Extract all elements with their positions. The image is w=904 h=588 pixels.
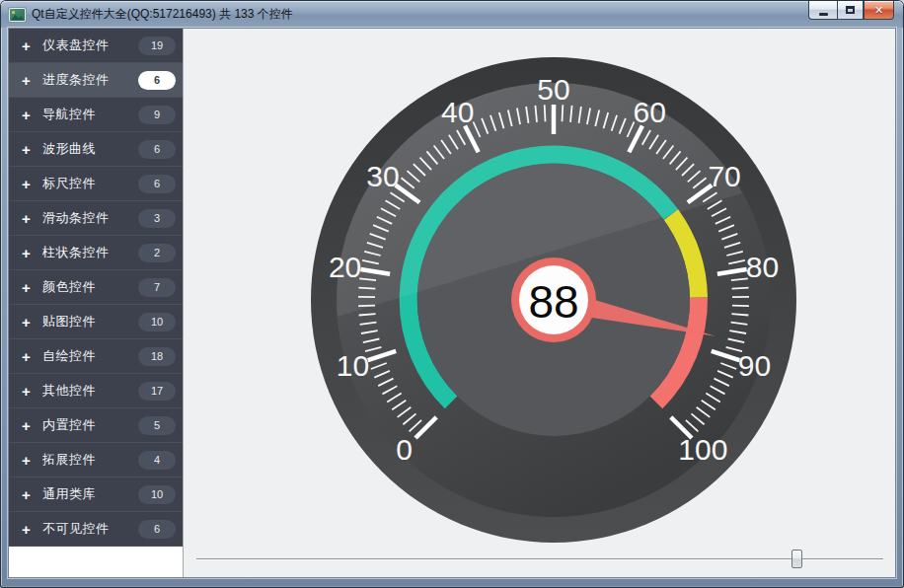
- sidebar-item-label: 自绘控件: [42, 347, 138, 365]
- app-window: Qt自定义控件大全(QQ:517216493) 共 133 个控件 ✕ + 仪表…: [0, 0, 904, 588]
- expand-plus-icon: +: [22, 522, 42, 537]
- expand-plus-icon: +: [22, 418, 42, 433]
- sidebar-item[interactable]: + 进度条控件 6: [9, 63, 183, 98]
- sidebar-item[interactable]: + 通用类库 10: [9, 478, 183, 512]
- slider-handle[interactable]: [791, 550, 802, 568]
- expand-plus-icon: +: [22, 142, 42, 157]
- sidebar-item-label: 仪表盘控件: [42, 37, 138, 54]
- sidebar-item-count-badge: 3: [138, 209, 176, 228]
- svg-text:80: 80: [746, 251, 779, 283]
- maximize-icon: [846, 6, 855, 14]
- svg-text:100: 100: [678, 433, 727, 466]
- sidebar-item[interactable]: + 标尺控件 6: [9, 167, 183, 201]
- svg-text:0: 0: [396, 433, 413, 466]
- expand-plus-icon: +: [22, 246, 42, 260]
- sidebar-item-count-badge: 10: [138, 313, 176, 331]
- maximize-button[interactable]: [837, 1, 864, 20]
- sidebar-item-label: 不可见控件: [42, 520, 138, 538]
- expand-plus-icon: +: [22, 384, 42, 399]
- window-controls: ✕: [808, 1, 894, 20]
- sidebar-item[interactable]: + 不可见控件 6: [9, 512, 183, 547]
- expand-plus-icon: +: [22, 315, 42, 330]
- minimize-icon: [819, 13, 828, 16]
- sidebar-item[interactable]: + 仪表盘控件 19: [9, 29, 183, 63]
- sidebar-item-count-badge: 4: [138, 451, 176, 470]
- close-button[interactable]: ✕: [864, 1, 894, 20]
- sidebar-item[interactable]: + 拓展控件 4: [9, 443, 183, 478]
- sidebar-item-count-badge: 7: [138, 278, 176, 297]
- svg-text:88: 88: [528, 276, 578, 328]
- minimize-button[interactable]: [808, 1, 837, 20]
- expand-plus-icon: +: [22, 211, 42, 226]
- sidebar-item[interactable]: + 颜色控件 7: [9, 270, 183, 305]
- expand-plus-icon: +: [22, 73, 42, 88]
- sidebar-item[interactable]: + 贴图控件 10: [9, 305, 183, 339]
- sidebar-item-count-badge: 10: [138, 485, 176, 504]
- sidebar-item-label: 其他控件: [42, 382, 138, 400]
- sidebar-item-count-badge: 2: [138, 244, 176, 262]
- sidebar-item-count-badge: 6: [138, 71, 176, 90]
- sidebar-item-count-badge: 5: [138, 416, 176, 435]
- sidebar-item-label: 标尺控件: [42, 175, 138, 192]
- expand-plus-icon: +: [22, 38, 42, 53]
- expand-plus-icon: +: [22, 487, 42, 502]
- sidebar-item-count-badge: 18: [138, 347, 176, 366]
- expand-plus-icon: +: [22, 177, 42, 191]
- sidebar-item-count-badge: 6: [138, 520, 176, 539]
- sidebar-item-label: 颜色控件: [42, 278, 138, 296]
- sidebar-item-label: 导航控件: [42, 106, 138, 123]
- app-picture-icon: [10, 9, 25, 21]
- sidebar-item[interactable]: + 柱状条控件 2: [9, 236, 183, 270]
- sidebar-item-count-badge: 19: [138, 37, 176, 55]
- sidebar-list: + 仪表盘控件 19 + 进度条控件 6 + 导航控件 9 + 波形曲线 6 +…: [9, 29, 183, 547]
- sidebar-item[interactable]: + 其他控件 17: [9, 374, 183, 408]
- sidebar: + 仪表盘控件 19 + 进度条控件 6 + 导航控件 9 + 波形曲线 6 +…: [9, 29, 184, 577]
- expand-plus-icon: +: [22, 108, 42, 122]
- sidebar-item[interactable]: + 导航控件 9: [9, 98, 183, 132]
- sidebar-item-count-badge: 9: [138, 106, 176, 124]
- sidebar-item-label: 进度条控件: [42, 71, 138, 89]
- sidebar-item-label: 通用类库: [42, 485, 138, 503]
- sidebar-item-label: 柱状条控件: [42, 244, 138, 261]
- expand-plus-icon: +: [22, 453, 42, 468]
- sidebar-item-label: 拓展控件: [42, 451, 138, 469]
- svg-text:10: 10: [337, 349, 369, 382]
- titlebar[interactable]: Qt自定义控件大全(QQ:517216493) 共 133 个控件 ✕: [1, 1, 903, 28]
- expand-plus-icon: +: [22, 280, 42, 295]
- sidebar-item[interactable]: + 内置控件 5: [9, 408, 183, 443]
- window-content: + 仪表盘控件 19 + 进度条控件 6 + 导航控件 9 + 波形曲线 6 +…: [8, 28, 896, 578]
- sidebar-item[interactable]: + 滑动条控件 3: [9, 201, 183, 236]
- main-panel: 010203040506070809010088: [185, 29, 895, 577]
- speed-gauge: 010203040506070809010088: [307, 53, 800, 547]
- window-title: Qt自定义控件大全(QQ:517216493) 共 133 个控件: [32, 6, 293, 23]
- svg-text:90: 90: [738, 349, 771, 382]
- sidebar-item-count-badge: 6: [138, 175, 176, 193]
- sidebar-item-label: 波形曲线: [42, 140, 138, 158]
- sidebar-item-label: 贴图控件: [42, 313, 138, 331]
- sidebar-item-count-badge: 17: [138, 382, 176, 401]
- close-icon: ✕: [874, 5, 883, 16]
- sidebar-item[interactable]: + 波形曲线 6: [9, 132, 183, 167]
- sidebar-item[interactable]: + 自绘控件 18: [9, 339, 183, 374]
- sidebar-item-label: 滑动条控件: [42, 209, 138, 227]
- expand-plus-icon: +: [22, 349, 42, 364]
- sidebar-item-label: 内置控件: [42, 416, 138, 434]
- value-slider[interactable]: [196, 550, 883, 568]
- slider-groove[interactable]: [196, 558, 883, 560]
- sidebar-item-count-badge: 6: [138, 140, 176, 159]
